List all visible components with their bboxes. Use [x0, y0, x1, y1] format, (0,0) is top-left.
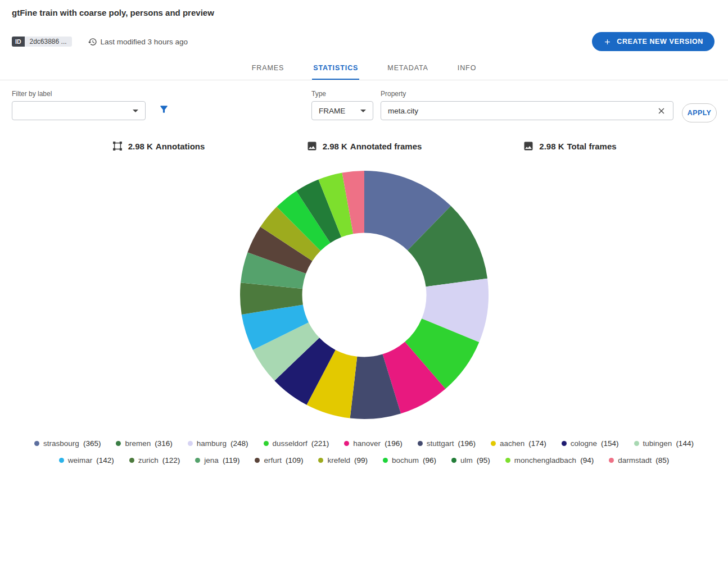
legend-item-stuttgart[interactable]: stuttgart(196)	[418, 439, 476, 448]
dataset-id-badge[interactable]: ID 2dc63886 ...	[12, 37, 72, 47]
legend-dot	[344, 441, 349, 446]
stat-annotated-frames: 2.98 K Annotated frames	[261, 140, 467, 152]
legend-label: aachen	[500, 439, 524, 448]
chevron-down-icon	[360, 110, 366, 112]
image-icon	[306, 140, 318, 152]
legend-item-tubingen[interactable]: tubingen(144)	[634, 439, 694, 448]
stat-total-frames: 2.98 K Total frames	[467, 140, 673, 152]
stat-value: 2.98 K	[539, 142, 564, 151]
legend-item-hamburg[interactable]: hamburg(248)	[188, 439, 248, 448]
chart-legend: strasbourg(365)bremen(316)hamburg(248)du…	[14, 439, 714, 465]
tab-frames[interactable]: FRAMES	[251, 56, 286, 80]
legend-item-ulm[interactable]: ulm(95)	[451, 456, 490, 465]
legend-item-jena[interactable]: jena(119)	[195, 456, 239, 465]
legend-dot	[383, 458, 388, 463]
legend-count: (95)	[477, 456, 490, 465]
legend-item-darmstadt[interactable]: darmstadt(85)	[609, 456, 669, 465]
legend-item-zurich[interactable]: zurich(122)	[129, 456, 180, 465]
donut-svg	[239, 170, 490, 420]
legend-label: bochum	[392, 456, 419, 465]
dataset-header: gtFine train with coarse poly, persons a…	[0, 0, 728, 51]
legend-count: (154)	[601, 439, 619, 448]
legend-item-monchengladbach[interactable]: monchengladbach(94)	[505, 456, 594, 465]
legend-count: (96)	[423, 456, 436, 465]
legend-label: jena	[204, 456, 219, 465]
dataset-id-value: 2dc63886 ...	[25, 37, 72, 47]
legend-count: (94)	[580, 456, 594, 465]
filter-bar: Filter by label Type FRAME Property meta…	[0, 90, 728, 122]
legend-label: monchengladbach	[514, 456, 576, 465]
legend-item-weimar[interactable]: weimar(142)	[59, 456, 114, 465]
legend-count: (119)	[223, 456, 240, 465]
filter-by-label-select[interactable]	[12, 101, 146, 120]
legend-label: stuttgart	[427, 439, 454, 448]
legend-count: (99)	[354, 456, 368, 465]
legend-label: zurich	[138, 456, 159, 465]
legend-item-dusseldorf[interactable]: dusseldorf(221)	[264, 439, 329, 448]
tab-info[interactable]: INFO	[456, 56, 477, 80]
legend-item-aachen[interactable]: aachen(174)	[491, 439, 546, 448]
filter-funnel-icon[interactable]	[159, 104, 169, 115]
legend-label: dusseldorf	[273, 439, 308, 448]
legend-dot	[129, 458, 134, 463]
legend-item-strasbourg[interactable]: strasbourg(365)	[34, 439, 101, 448]
legend-item-krefeld[interactable]: krefeld(99)	[318, 456, 368, 465]
legend-dot	[562, 441, 567, 446]
page-title: gtFine train with coarse poly, persons a…	[12, 8, 715, 17]
legend-label: krefeld	[327, 456, 350, 465]
legend-item-cologne[interactable]: cologne(154)	[562, 439, 619, 448]
image-icon	[523, 140, 534, 152]
legend-dot	[264, 441, 269, 446]
type-label: Type	[311, 90, 373, 98]
annotation-box-icon	[112, 140, 123, 152]
plus-icon	[603, 38, 612, 46]
clear-property-icon[interactable]	[657, 106, 666, 116]
stat-label: Annotated frames	[350, 142, 422, 151]
property-label: Property	[381, 90, 673, 98]
legend-count: (316)	[155, 439, 173, 448]
legend-dot	[505, 458, 510, 463]
legend-dot	[318, 458, 323, 463]
legend-dot	[255, 458, 260, 463]
legend-item-erfurt[interactable]: erfurt(109)	[255, 456, 303, 465]
legend-item-hanover[interactable]: hanover(196)	[344, 439, 402, 448]
create-new-version-button[interactable]: CREATE NEW VERSION	[592, 32, 715, 51]
tab-metadata[interactable]: METADATA	[386, 56, 429, 80]
stats-row: 2.98 K Annotations 2.98 K Annotated fram…	[0, 140, 728, 152]
legend-dot	[188, 441, 193, 446]
legend-count: (221)	[311, 439, 329, 448]
legend-count: (122)	[162, 456, 180, 465]
legend-item-bochum[interactable]: bochum(96)	[383, 456, 436, 465]
legend-dot	[634, 441, 639, 446]
legend-dot	[34, 441, 39, 446]
legend-dot	[418, 441, 423, 446]
legend-label: tubingen	[643, 439, 672, 448]
legend-count: (174)	[528, 439, 546, 448]
legend-count: (142)	[96, 456, 114, 465]
legend-label: hanover	[353, 439, 381, 448]
legend-dot	[59, 458, 64, 463]
legend-item-bremen[interactable]: bremen(316)	[116, 439, 172, 448]
type-select[interactable]: FRAME	[311, 101, 373, 120]
stat-value: 2.98 K	[128, 142, 153, 151]
apply-button[interactable]: APPLY	[682, 103, 717, 122]
legend-count: (196)	[385, 439, 403, 448]
legend-label: cologne	[571, 439, 597, 448]
id-chip-label: ID	[12, 37, 25, 47]
property-input[interactable]: meta.city	[381, 101, 673, 120]
legend-label: hamburg	[197, 439, 227, 448]
legend-label: ulm	[460, 456, 473, 465]
legend-label: bremen	[125, 439, 151, 448]
last-modified: Last modified 3 hours ago	[88, 37, 188, 47]
chevron-down-icon	[133, 110, 138, 112]
legend-count: (196)	[458, 439, 476, 448]
legend-count: (144)	[676, 439, 694, 448]
legend-label: darmstadt	[618, 456, 652, 465]
stat-label: Total frames	[567, 142, 617, 151]
legend-count: (85)	[655, 456, 669, 465]
tab-statistics[interactable]: STATISTICS	[312, 56, 359, 80]
legend-count: (248)	[230, 439, 248, 448]
history-icon	[88, 37, 97, 47]
legend-label: weimar	[68, 456, 93, 465]
property-input-value: meta.city	[388, 107, 418, 115]
